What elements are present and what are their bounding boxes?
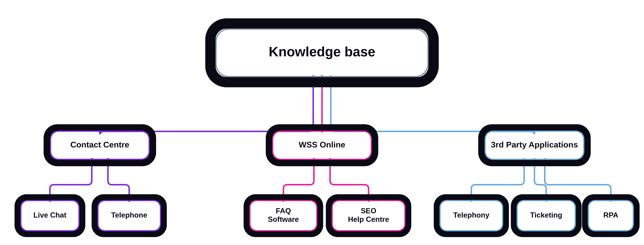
node-telephony: Telephony <box>437 197 506 234</box>
node-wss-online-label: WSS Online <box>299 140 345 149</box>
node-root: Knowledge base <box>210 23 434 82</box>
node-seo-help-centre: SEOHelp Centre <box>329 197 408 234</box>
node-faq-software-label: Software <box>268 215 299 224</box>
node-root-label: Knowledge base <box>269 44 375 59</box>
node-rpa-label: RPA <box>603 211 618 219</box>
knowledge-base-diagram: Knowledge baseContact CentreWSS Online3r… <box>0 0 644 245</box>
node-contact-centre-label: Contact Centre <box>70 140 129 149</box>
node-rpa: RPA <box>585 197 636 234</box>
node-ticketing-label: Ticketing <box>530 211 562 219</box>
node-third-party-label: 3rd Party Applications <box>491 140 578 149</box>
node-faq-software: FAQSoftware <box>247 197 320 234</box>
node-ticketing: Ticketing <box>514 197 578 234</box>
node-live-chat: Live Chat <box>18 197 82 234</box>
node-seo-help-centre-label: Help Centre <box>348 215 389 224</box>
node-seo-help-centre-label: SEO <box>361 207 376 215</box>
node-faq-software-label: FAQ <box>276 207 291 215</box>
nodes-layer: Knowledge baseContact CentreWSS Online3r… <box>18 23 636 234</box>
node-wss-online: WSS Online <box>269 128 375 163</box>
node-telephone-label: Telephone <box>111 211 147 219</box>
node-live-chat-label: Live Chat <box>33 211 66 219</box>
node-telephony-label: Telephony <box>453 211 490 219</box>
node-telephone: Telephone <box>95 197 164 234</box>
